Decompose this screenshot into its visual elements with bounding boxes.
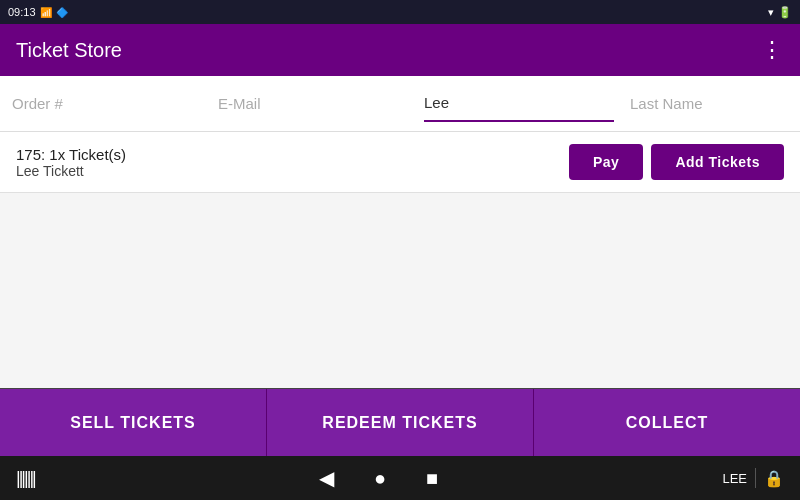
result-actions: Pay Add Tickets [569,144,784,180]
home-button[interactable]: ● [374,467,386,490]
status-left: 09:13 📶 🔷 [8,6,68,18]
battery-icon: 🔋 [778,6,792,19]
sell-tickets-button[interactable]: SELL TICKETS [0,389,267,456]
recent-apps-button[interactable]: ■ [426,467,438,490]
result-order: 175: 1x Ticket(s) [16,146,126,163]
status-bar: 09:13 📶 🔷 ▾ 🔋 [0,0,800,24]
status-time: 09:13 [8,6,36,18]
barcode-area: ||||||| [16,468,35,489]
back-button[interactable]: ◀ [319,466,334,490]
lock-icon[interactable]: 🔒 [764,469,784,488]
email-input[interactable] [218,86,408,122]
logged-in-user: LEE [722,471,747,486]
last-name-input[interactable] [630,86,800,122]
app-bar-title: Ticket Store [16,39,122,62]
order-number-input[interactable] [12,86,202,122]
wifi-icon: 🔷 [56,7,68,18]
nav-center: ◀ ● ■ [319,466,438,490]
result-info: 175: 1x Ticket(s) Lee Tickett [16,146,126,179]
app-bar: Ticket Store ⋮ [0,24,800,76]
collect-button[interactable]: COLLECT [534,389,800,456]
status-right: ▾ 🔋 [768,6,792,19]
content-area: 175: 1x Ticket(s) Lee Tickett Pay Add Ti… [0,132,800,388]
sim-icon: 📶 [40,7,52,18]
redeem-tickets-button[interactable]: REDEEM TICKETS [267,389,534,456]
result-customer-name: Lee Tickett [16,163,126,179]
nav-divider [755,468,756,488]
add-tickets-button[interactable]: Add Tickets [651,144,784,180]
search-bar: FIND [0,76,800,132]
barcode-icon: ||||||| [16,468,35,489]
first-name-input[interactable] [424,86,614,122]
bottom-nav: ||||||| ◀ ● ■ LEE 🔒 [0,456,800,500]
nav-right: LEE 🔒 [722,468,784,488]
overflow-menu-icon[interactable]: ⋮ [761,37,784,63]
signal-icon: ▾ [768,6,774,19]
result-row: 175: 1x Ticket(s) Lee Tickett Pay Add Ti… [0,132,800,193]
pay-button[interactable]: Pay [569,144,643,180]
bottom-buttons: SELL TICKETS REDEEM TICKETS COLLECT [0,388,800,456]
